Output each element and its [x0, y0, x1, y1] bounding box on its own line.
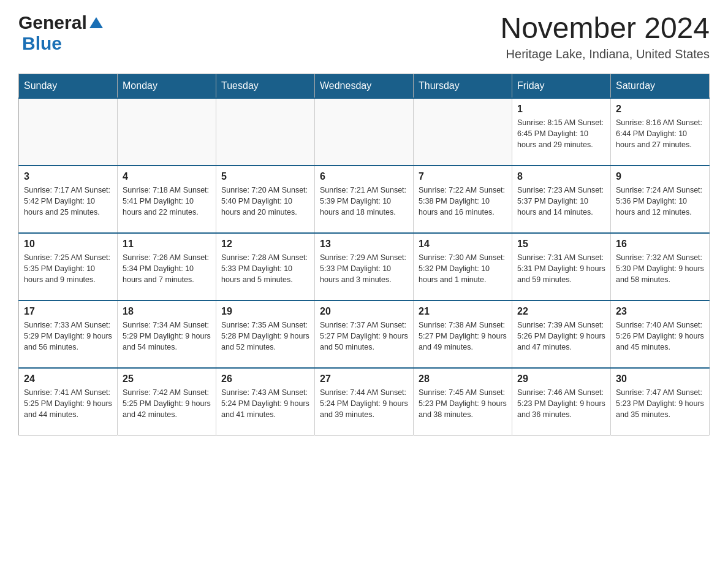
calendar-cell: 3Sunrise: 7:17 AM Sunset: 5:42 PM Daylig…	[19, 166, 118, 233]
day-number: 11	[123, 239, 211, 250]
day-number: 20	[320, 306, 408, 317]
day-info: Sunrise: 7:46 AM Sunset: 5:23 PM Dayligh…	[517, 387, 605, 420]
day-number: 4	[123, 171, 211, 182]
logo-triangle-icon	[89, 17, 103, 31]
calendar-week-row: 10Sunrise: 7:25 AM Sunset: 5:35 PM Dayli…	[19, 233, 710, 301]
calendar-cell: 23Sunrise: 7:40 AM Sunset: 5:26 PM Dayli…	[611, 301, 710, 368]
weekday-header-row: SundayMondayTuesdayWednesdayThursdayFrid…	[19, 74, 710, 98]
calendar-week-row: 17Sunrise: 7:33 AM Sunset: 5:29 PM Dayli…	[19, 301, 710, 368]
calendar-cell: 7Sunrise: 7:22 AM Sunset: 5:38 PM Daylig…	[414, 166, 512, 233]
day-info: Sunrise: 7:37 AM Sunset: 5:27 PM Dayligh…	[320, 320, 408, 353]
day-info: Sunrise: 7:33 AM Sunset: 5:29 PM Dayligh…	[24, 320, 112, 353]
calendar-week-row: 1Sunrise: 8:15 AM Sunset: 6:45 PM Daylig…	[19, 98, 710, 166]
day-info: Sunrise: 7:35 AM Sunset: 5:28 PM Dayligh…	[221, 320, 309, 353]
calendar-cell: 6Sunrise: 7:21 AM Sunset: 5:39 PM Daylig…	[315, 166, 414, 233]
calendar-cell: 20Sunrise: 7:37 AM Sunset: 5:27 PM Dayli…	[315, 301, 414, 368]
day-info: Sunrise: 7:40 AM Sunset: 5:26 PM Dayligh…	[616, 320, 704, 353]
day-info: Sunrise: 7:24 AM Sunset: 5:36 PM Dayligh…	[616, 185, 704, 218]
calendar-cell: 10Sunrise: 7:25 AM Sunset: 5:35 PM Dayli…	[19, 233, 118, 301]
day-info: Sunrise: 7:25 AM Sunset: 5:35 PM Dayligh…	[24, 252, 112, 285]
calendar-cell: 29Sunrise: 7:46 AM Sunset: 5:23 PM Dayli…	[512, 368, 611, 435]
weekday-header-friday: Friday	[512, 74, 611, 98]
calendar-cell: 14Sunrise: 7:30 AM Sunset: 5:32 PM Dayli…	[414, 233, 512, 301]
logo: General Blue	[18, 12, 103, 54]
calendar-cell: 11Sunrise: 7:26 AM Sunset: 5:34 PM Dayli…	[118, 233, 216, 301]
calendar-cell: 2Sunrise: 8:16 AM Sunset: 6:44 PM Daylig…	[611, 98, 710, 166]
day-info: Sunrise: 7:23 AM Sunset: 5:37 PM Dayligh…	[517, 185, 605, 218]
weekday-header-saturday: Saturday	[611, 74, 710, 98]
day-number: 24	[24, 373, 112, 385]
day-number: 15	[517, 239, 605, 250]
calendar-cell: 24Sunrise: 7:41 AM Sunset: 5:25 PM Dayli…	[19, 368, 118, 435]
day-number: 6	[320, 171, 408, 182]
day-info: Sunrise: 7:22 AM Sunset: 5:38 PM Dayligh…	[419, 185, 507, 218]
day-info: Sunrise: 7:44 AM Sunset: 5:24 PM Dayligh…	[320, 387, 408, 420]
day-info: Sunrise: 8:16 AM Sunset: 6:44 PM Dayligh…	[616, 117, 704, 150]
day-info: Sunrise: 7:34 AM Sunset: 5:29 PM Dayligh…	[123, 320, 211, 353]
calendar-cell: 5Sunrise: 7:20 AM Sunset: 5:40 PM Daylig…	[216, 166, 315, 233]
day-number: 23	[616, 306, 704, 317]
day-info: Sunrise: 7:20 AM Sunset: 5:40 PM Dayligh…	[221, 185, 309, 218]
day-info: Sunrise: 8:15 AM Sunset: 6:45 PM Dayligh…	[517, 117, 605, 150]
calendar-cell: 18Sunrise: 7:34 AM Sunset: 5:29 PM Dayli…	[118, 301, 216, 368]
day-number: 5	[221, 171, 309, 182]
calendar-week-row: 3Sunrise: 7:17 AM Sunset: 5:42 PM Daylig…	[19, 166, 710, 233]
calendar-subtitle: Heritage Lake, Indiana, United States	[500, 47, 710, 61]
calendar-cell: 22Sunrise: 7:39 AM Sunset: 5:26 PM Dayli…	[512, 301, 611, 368]
day-number: 8	[517, 171, 605, 182]
weekday-header-monday: Monday	[118, 74, 216, 98]
calendar-cell	[414, 98, 512, 166]
day-number: 28	[419, 373, 507, 385]
day-number: 25	[123, 373, 211, 385]
day-info: Sunrise: 7:32 AM Sunset: 5:30 PM Dayligh…	[616, 252, 704, 285]
page-header: General Blue November 2024 Heritage Lake…	[18, 12, 710, 61]
day-number: 13	[320, 239, 408, 250]
calendar-cell: 9Sunrise: 7:24 AM Sunset: 5:36 PM Daylig…	[611, 166, 710, 233]
day-info: Sunrise: 7:45 AM Sunset: 5:23 PM Dayligh…	[419, 387, 507, 420]
day-info: Sunrise: 7:29 AM Sunset: 5:33 PM Dayligh…	[320, 252, 408, 285]
title-area: November 2024 Heritage Lake, Indiana, Un…	[500, 12, 710, 61]
day-number: 1	[517, 104, 605, 115]
day-info: Sunrise: 7:42 AM Sunset: 5:25 PM Dayligh…	[123, 387, 211, 420]
calendar-cell: 15Sunrise: 7:31 AM Sunset: 5:31 PM Dayli…	[512, 233, 611, 301]
calendar-cell	[19, 98, 118, 166]
day-info: Sunrise: 7:17 AM Sunset: 5:42 PM Dayligh…	[24, 185, 112, 218]
day-info: Sunrise: 7:18 AM Sunset: 5:41 PM Dayligh…	[123, 185, 211, 218]
day-info: Sunrise: 7:41 AM Sunset: 5:25 PM Dayligh…	[24, 387, 112, 420]
calendar-cell: 19Sunrise: 7:35 AM Sunset: 5:28 PM Dayli…	[216, 301, 315, 368]
calendar-cell	[118, 98, 216, 166]
calendar-cell: 4Sunrise: 7:18 AM Sunset: 5:41 PM Daylig…	[118, 166, 216, 233]
calendar-cell: 25Sunrise: 7:42 AM Sunset: 5:25 PM Dayli…	[118, 368, 216, 435]
day-info: Sunrise: 7:47 AM Sunset: 5:23 PM Dayligh…	[616, 387, 704, 420]
calendar-title: November 2024	[500, 12, 710, 45]
calendar-cell: 27Sunrise: 7:44 AM Sunset: 5:24 PM Dayli…	[315, 368, 414, 435]
day-number: 26	[221, 373, 309, 385]
day-info: Sunrise: 7:39 AM Sunset: 5:26 PM Dayligh…	[517, 320, 605, 353]
svg-marker-0	[89, 17, 103, 28]
day-number: 14	[419, 239, 507, 250]
day-info: Sunrise: 7:21 AM Sunset: 5:39 PM Dayligh…	[320, 185, 408, 218]
day-number: 2	[616, 104, 704, 115]
day-info: Sunrise: 7:38 AM Sunset: 5:27 PM Dayligh…	[419, 320, 507, 353]
calendar-cell: 26Sunrise: 7:43 AM Sunset: 5:24 PM Dayli…	[216, 368, 315, 435]
calendar-cell	[315, 98, 414, 166]
calendar-cell: 30Sunrise: 7:47 AM Sunset: 5:23 PM Dayli…	[611, 368, 710, 435]
day-info: Sunrise: 7:31 AM Sunset: 5:31 PM Dayligh…	[517, 252, 605, 285]
day-number: 22	[517, 306, 605, 317]
calendar-cell: 17Sunrise: 7:33 AM Sunset: 5:29 PM Dayli…	[19, 301, 118, 368]
day-info: Sunrise: 7:26 AM Sunset: 5:34 PM Dayligh…	[123, 252, 211, 285]
day-number: 21	[419, 306, 507, 317]
day-number: 27	[320, 373, 408, 385]
day-number: 9	[616, 171, 704, 182]
day-number: 19	[221, 306, 309, 317]
weekday-header-thursday: Thursday	[414, 74, 512, 98]
calendar-cell	[216, 98, 315, 166]
day-info: Sunrise: 7:43 AM Sunset: 5:24 PM Dayligh…	[221, 387, 309, 420]
day-number: 30	[616, 373, 704, 385]
calendar-cell: 13Sunrise: 7:29 AM Sunset: 5:33 PM Dayli…	[315, 233, 414, 301]
weekday-header-wednesday: Wednesday	[315, 74, 414, 98]
calendar-week-row: 24Sunrise: 7:41 AM Sunset: 5:25 PM Dayli…	[19, 368, 710, 435]
day-number: 3	[24, 171, 112, 182]
calendar-cell: 1Sunrise: 8:15 AM Sunset: 6:45 PM Daylig…	[512, 98, 611, 166]
day-number: 18	[123, 306, 211, 317]
